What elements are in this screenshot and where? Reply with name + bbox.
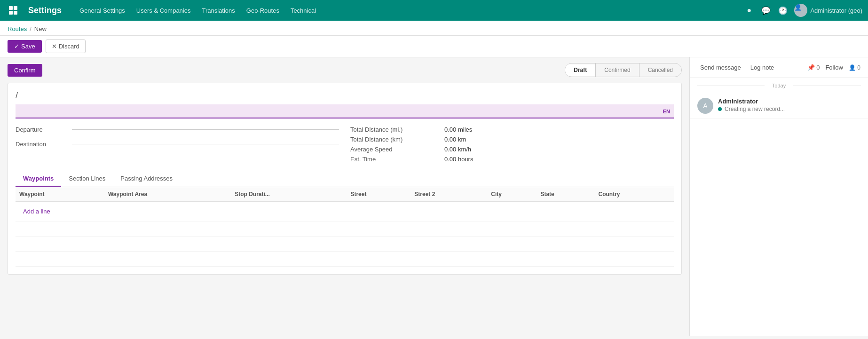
destination-divider (72, 144, 339, 144)
table-header-row: Waypoint Waypoint Area Stop Durati... St… (16, 187, 674, 202)
breadcrumb-current: New (34, 25, 47, 32)
message-content-0: Administrator Creating a new record... (718, 98, 860, 114)
breadcrumb-routes[interactable]: Routes (8, 25, 27, 32)
puzzle-icon[interactable]: ● (743, 5, 755, 16)
col-city: City (487, 187, 537, 202)
checkmark-icon: ✓ (14, 43, 19, 50)
message-text-0: Creating a new record... (718, 106, 860, 112)
svg-rect-3 (14, 11, 17, 15)
topbar-right: ● 💬 🕐 👤 Administrator (geo) (743, 4, 862, 17)
stats-row-0: Total Distance (mi.) 0.00 miles (350, 126, 674, 133)
waypoints-panel: Waypoint Waypoint Area Stop Durati... St… (16, 187, 674, 267)
stats-label-1: Total Distance (km) (350, 136, 444, 143)
user-menu[interactable]: 👤 Administrator (geo) (794, 4, 862, 17)
confirm-bar: Confirm Draft Confirmed Cancelled (8, 63, 682, 77)
tab-waypoints[interactable]: Waypoints (16, 171, 61, 187)
discard-button[interactable]: ✕ Discard (46, 39, 86, 53)
nav-users-companies[interactable]: Users & Companies (132, 4, 196, 17)
destination-label: Destination (16, 141, 72, 148)
main-layout: Confirm Draft Confirmed Cancelled / EN (0, 57, 868, 336)
col-waypoint: Waypoint (16, 187, 104, 202)
username-label: Administrator (geo) (810, 7, 862, 14)
message-count-icon: 📌 0 (807, 64, 820, 71)
departure-divider (72, 129, 339, 130)
x-icon: ✕ (52, 43, 57, 50)
col-stop-duration: Stop Durati... (231, 187, 347, 202)
tabs-bar: Waypoints Section Lines Passing Addresse… (16, 171, 674, 187)
breadcrumb: Routes / New (0, 21, 868, 36)
log-note-button[interactable]: Log note (748, 62, 777, 73)
stats-label-3: Est. Time (350, 156, 444, 163)
svg-rect-0 (9, 6, 13, 10)
topbar-nav: General Settings Users & Companies Trans… (75, 4, 736, 17)
route-slash: / (16, 91, 674, 101)
status-draft[interactable]: Draft (565, 64, 595, 76)
stats-value-2: 0.00 km/h (444, 146, 471, 153)
stats-row-2: Average Speed 0.00 km/h (350, 146, 674, 153)
form-col-right: Total Distance (mi.) 0.00 miles Total Di… (350, 126, 674, 166)
save-button[interactable]: ✓ Save (8, 40, 42, 53)
table-empty-row-2 (16, 237, 674, 252)
action-bar: ✓ Save ✕ Discard (0, 36, 868, 57)
col-state: State (537, 187, 594, 202)
stats-label-2: Average Speed (350, 146, 444, 153)
lang-badge: EN (663, 109, 670, 114)
svg-rect-1 (14, 6, 17, 10)
status-cancelled[interactable]: Cancelled (639, 64, 681, 76)
chat-icon[interactable]: 💬 (760, 5, 772, 16)
app-logo[interactable] (6, 3, 21, 18)
col-street: Street (347, 187, 410, 202)
follower-count: 👤 0 (849, 64, 860, 71)
status-steps: Draft Confirmed Cancelled (565, 63, 682, 77)
breadcrumb-separator: / (30, 25, 32, 32)
tab-passing-addresses[interactable]: Passing Addresses (113, 171, 180, 187)
table-row: Add a line (16, 202, 674, 221)
nav-translations[interactable]: Translations (197, 4, 239, 17)
topbar: Settings General Settings Users & Compan… (0, 0, 868, 21)
confirm-button[interactable]: Confirm (8, 64, 42, 77)
sidebar-right-actions: 📌 0 Follow 👤 0 (807, 64, 860, 71)
destination-field-row: Destination (16, 141, 339, 148)
col-waypoint-area: Waypoint Area (104, 187, 231, 202)
content-area: Confirm Draft Confirmed Cancelled / EN (0, 57, 689, 336)
message-author-0: Administrator (718, 98, 860, 105)
clock-icon[interactable]: 🕐 (777, 5, 789, 16)
waypoints-table: Waypoint Waypoint Area Stop Durati... St… (16, 187, 674, 267)
stats-row-1: Total Distance (km) 0.00 km (350, 136, 674, 143)
today-label: Today (690, 78, 868, 93)
nav-geo-routes[interactable]: Geo-Routes (242, 4, 284, 17)
stats-value-3: 0.00 hours (444, 156, 473, 163)
sidebar-actions: Send message Log note 📌 0 Follow 👤 0 (690, 57, 868, 78)
route-name-input[interactable] (16, 104, 674, 118)
stats-value-1: 0.00 km (444, 136, 466, 143)
col-street2: Street 2 (410, 187, 487, 202)
send-message-button[interactable]: Send message (697, 62, 744, 73)
svg-rect-2 (9, 11, 13, 15)
add-line-button[interactable]: Add a line (19, 205, 54, 218)
nav-technical[interactable]: Technical (286, 4, 321, 17)
form-row: Departure Destination Total Distance (mi… (16, 126, 674, 166)
message-item-0: A Administrator Creating a new record... (690, 93, 868, 119)
stats-row-3: Est. Time 0.00 hours (350, 156, 674, 163)
status-confirmed[interactable]: Confirmed (596, 64, 639, 76)
col-country: Country (595, 187, 674, 202)
avatar: 👤 (794, 4, 807, 17)
route-name-wrapper: EN (16, 104, 674, 118)
stats-label-0: Total Distance (mi.) (350, 126, 444, 133)
tab-section-lines[interactable]: Section Lines (61, 171, 113, 187)
departure-label: Departure (16, 126, 72, 133)
nav-general-settings[interactable]: General Settings (75, 4, 130, 17)
form-card: / EN Departure Destination (8, 83, 682, 275)
message-avatar-0: A (697, 98, 713, 114)
avatar-image: 👤 (794, 4, 807, 17)
table-empty-row-1 (16, 221, 674, 237)
form-col-left: Departure Destination (16, 126, 339, 166)
follow-button[interactable]: Follow (825, 64, 843, 71)
online-dot (718, 107, 722, 111)
sidebar: Send message Log note 📌 0 Follow 👤 0 Tod… (689, 57, 868, 336)
stats-value-0: 0.00 miles (444, 126, 472, 133)
departure-field-row: Departure (16, 126, 339, 133)
table-empty-row-3 (16, 252, 674, 267)
app-title: Settings (28, 6, 62, 16)
